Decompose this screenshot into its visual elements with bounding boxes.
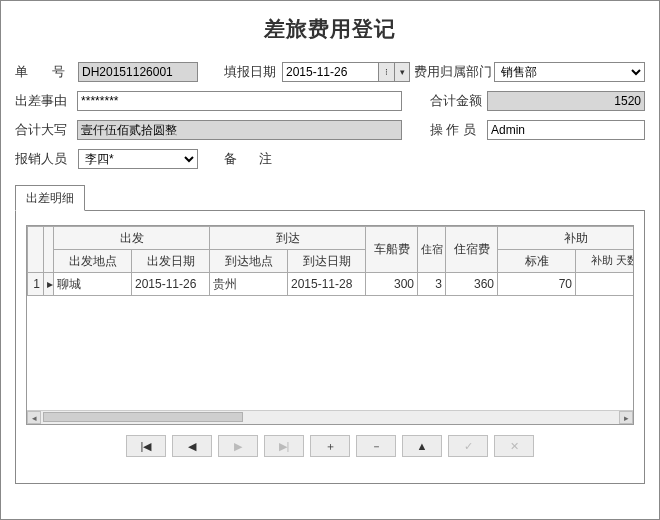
reimburser-select[interactable]: 李四* — [78, 149, 198, 169]
grid-header-row-2: 出发地点 出发日期 到达地点 到达日期 标准 补助 天数 — [28, 250, 635, 273]
total-input — [487, 91, 645, 111]
row-pointer-icon: ▸ — [44, 273, 54, 296]
nav-edit-button[interactable]: ▲ — [402, 435, 442, 457]
nav-ok-button[interactable]: ✓ — [448, 435, 488, 457]
col-rowptr — [44, 227, 54, 273]
col-depart-place: 出发地点 — [54, 250, 132, 273]
cell-arrive-place[interactable]: 贵州 — [210, 273, 288, 296]
cell-lodging-days[interactable]: 3 — [418, 273, 446, 296]
navigator-toolbar: |◀ ◀ ▶ ▶| ＋ － ▲ ✓ ✕ — [26, 435, 634, 457]
total-cn-label: 合计大写 — [15, 121, 77, 139]
cell-subsidy-days[interactable]: 4 — [576, 273, 635, 296]
cell-lodging-fee[interactable]: 360 — [446, 273, 498, 296]
reason-label: 出差事由 — [15, 92, 77, 110]
detail-grid[interactable]: 出发 到达 车船费 住宿 天数 住宿费 补助 出发地点 出发日期 到达地点 — [27, 226, 634, 296]
cell-depart-date[interactable]: 2015-11-26 — [132, 273, 210, 296]
grid-header-row-1: 出发 到达 车船费 住宿 天数 住宿费 补助 — [28, 227, 635, 250]
total-cn-input — [77, 120, 402, 140]
cell-arrive-date[interactable]: 2015-11-28 — [288, 273, 366, 296]
cell-travel-fee[interactable]: 300 — [366, 273, 418, 296]
cell-subsidy-std[interactable]: 70 — [498, 273, 576, 296]
dept-select[interactable]: 销售部 — [494, 62, 645, 82]
table-row[interactable]: 1 ▸ 聊城 2015-11-26 贵州 2015-11-28 300 3 36… — [28, 273, 635, 296]
fill-date-label: 填报日期 — [224, 63, 282, 81]
horizontal-scrollbar[interactable]: ◂ ▸ — [27, 410, 633, 424]
date-spinner-icon[interactable]: ⁝ — [378, 62, 394, 82]
operator-input[interactable] — [487, 120, 645, 140]
main-window: 差旅费用登记 单 号 填报日期 ⁝ ▾ 费用归属部门 销售部 出差事由 合计金额… — [0, 0, 660, 520]
col-depart-date: 出发日期 — [132, 250, 210, 273]
chevron-down-icon[interactable]: ▾ — [394, 62, 410, 82]
page-title: 差旅费用登记 — [15, 5, 645, 61]
col-subsidy-std: 标准 — [498, 250, 576, 273]
scroll-right-icon[interactable]: ▸ — [619, 411, 633, 424]
col-subsidy-days: 补助 天数 — [576, 250, 635, 273]
col-arrive: 到达 — [210, 227, 366, 250]
remark-label: 备 注 — [224, 150, 282, 168]
nav-last-button[interactable]: ▶| — [264, 435, 304, 457]
tab-detail[interactable]: 出差明细 — [15, 185, 85, 211]
tabs: 出差明细 出发 到达 车船费 住宿 天数 住宿费 补助 — [15, 184, 645, 484]
col-lodging-fee: 住宿费 — [446, 227, 498, 273]
col-travel-fee: 车船费 — [366, 227, 418, 273]
nav-cancel-button[interactable]: ✕ — [494, 435, 534, 457]
remark-input[interactable] — [282, 149, 645, 169]
fill-date-input[interactable] — [282, 62, 378, 82]
col-arrive-date: 到达日期 — [288, 250, 366, 273]
fill-date-picker[interactable]: ⁝ ▾ — [282, 62, 410, 82]
col-subsidy: 补助 — [498, 227, 635, 250]
scroll-left-icon[interactable]: ◂ — [27, 411, 41, 424]
nav-first-button[interactable]: |◀ — [126, 435, 166, 457]
nav-prev-button[interactable]: ◀ — [172, 435, 212, 457]
doc-no-label: 单 号 — [15, 63, 78, 81]
col-lodging-days: 住宿 天数 — [418, 227, 446, 273]
dept-label: 费用归属部门 — [414, 63, 494, 81]
nav-add-button[interactable]: ＋ — [310, 435, 350, 457]
form-row-3: 合计大写 操 作 员 — [15, 119, 645, 141]
nav-next-button[interactable]: ▶ — [218, 435, 258, 457]
grid-wrap: 出发 到达 车船费 住宿 天数 住宿费 补助 出发地点 出发日期 到达地点 — [26, 225, 634, 425]
cell-depart-place[interactable]: 聊城 — [54, 273, 132, 296]
operator-label: 操 作 员 — [430, 121, 487, 139]
nav-delete-button[interactable]: － — [356, 435, 396, 457]
total-label: 合计金额 — [430, 92, 487, 110]
form-row-4: 报销人员 李四* 备 注 — [15, 148, 645, 170]
scroll-thumb[interactable] — [43, 412, 243, 422]
scroll-track[interactable] — [41, 411, 619, 424]
tab-panel-detail: 出发 到达 车船费 住宿 天数 住宿费 补助 出发地点 出发日期 到达地点 — [15, 210, 645, 484]
cell-rownum: 1 — [28, 273, 44, 296]
reason-input[interactable] — [77, 91, 402, 111]
col-rownum — [28, 227, 44, 273]
col-arrive-place: 到达地点 — [210, 250, 288, 273]
form-row-1: 单 号 填报日期 ⁝ ▾ 费用归属部门 销售部 — [15, 61, 645, 83]
doc-no-input[interactable] — [78, 62, 198, 82]
col-depart: 出发 — [54, 227, 210, 250]
form-row-2: 出差事由 合计金额 — [15, 90, 645, 112]
reimburser-label: 报销人员 — [15, 150, 78, 168]
